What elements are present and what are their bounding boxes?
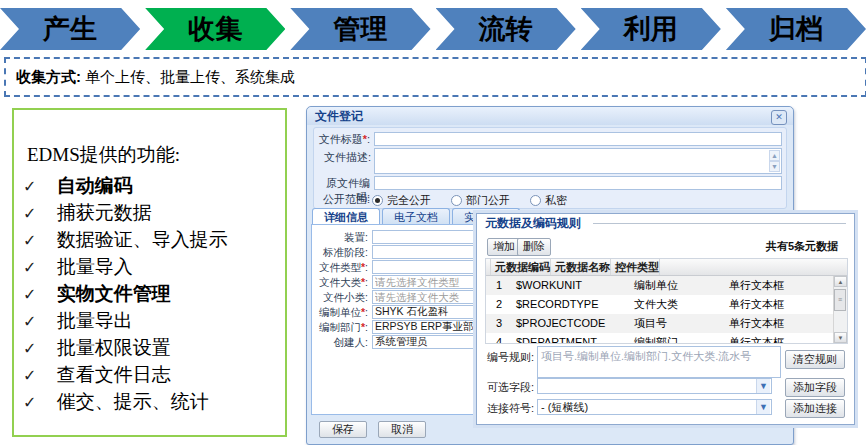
doc-title-label: 文件标题*: (314, 132, 370, 146)
detail-field-label: 文件小类: (312, 290, 368, 304)
feature-item-text: 催交、提示、统计 (57, 391, 209, 412)
feature-item: ✓ 数据验证、导入提示 (23, 226, 285, 253)
table-row[interactable]: 1 $WORKUNIT 编制单位 单行文本框 (486, 276, 833, 295)
feature-item: ✓ 批量导出 (23, 307, 285, 334)
feature-item: ✓ 批量导入 (23, 253, 285, 280)
metadata-name: 编制单位 (630, 276, 725, 295)
scroll-down-icon[interactable]: ▼ (834, 332, 847, 343)
flow-step[interactable]: 利用 (581, 8, 721, 50)
check-icon: ✓ (23, 335, 52, 362)
close-icon[interactable]: ✕ (771, 110, 787, 125)
flow-step-label: 流转 (479, 11, 533, 47)
metadata-table-header: 元数据编码元数据名称控件类型 (486, 259, 847, 276)
connector-select[interactable]: - (短横线) ▼ (537, 399, 772, 415)
radio-icon[interactable] (372, 195, 383, 206)
row-number: 4 (486, 333, 512, 343)
chevron-down-icon[interactable]: ▼ (756, 400, 770, 414)
flow-step-label: 产生 (43, 11, 97, 47)
check-icon: ✓ (23, 227, 52, 254)
optional-field-select[interactable]: ▼ (537, 378, 772, 394)
scope-label: 公开范围: (314, 192, 370, 206)
rule-input[interactable] (537, 346, 781, 378)
add-metadata-button[interactable]: 增加 (487, 238, 521, 256)
flow-step[interactable]: 归档 (726, 8, 866, 50)
doc-title-input[interactable] (374, 132, 782, 146)
feature-item-text: 查看文件日志 (57, 364, 171, 385)
feature-item-text: 数据验证、导入提示 (57, 229, 228, 250)
scroll-up-icon[interactable]: ▲ (769, 150, 780, 161)
metadata-code: $WORKUNIT (512, 276, 630, 295)
detail-field-label: 标准阶段: (312, 245, 368, 259)
feature-item-text: 自动编码 (57, 175, 133, 196)
radio-label: 部门公开 (466, 193, 510, 208)
add-connector-button[interactable]: 添加连接 (785, 399, 845, 418)
scope-radio-option[interactable]: 完全公开 (372, 193, 431, 208)
tab[interactable]: 电子文档 (382, 208, 450, 225)
scope-radio-option[interactable]: 私密 (530, 193, 567, 208)
tab-label: 电子文档 (394, 211, 438, 223)
scroll-up-icon[interactable]: ▲ (834, 276, 847, 287)
flow-step[interactable]: 流转 (436, 8, 576, 50)
cancel-button[interactable]: 取消 (378, 421, 426, 438)
chevron-down-icon[interactable]: ▼ (756, 379, 770, 393)
rule-label: 编号规则: (487, 350, 534, 365)
collect-method-label: 收集方式: (16, 68, 81, 87)
connector-label: 连接符号: (487, 401, 534, 416)
flow-step-label: 利用 (624, 11, 678, 47)
scope-radio-option[interactable]: 部门公开 (451, 193, 510, 208)
radio-icon[interactable] (530, 195, 541, 206)
detail-field-label: 创建人: (312, 335, 368, 349)
metadata-code: $DEPARTMENT (512, 333, 630, 343)
process-flow: 产生 收集 管理 流转 利用 归档 (0, 8, 866, 50)
clear-rule-button[interactable]: 清空规则 (785, 350, 845, 369)
row-number: 1 (486, 276, 512, 295)
delete-metadata-button[interactable]: 删除 (517, 238, 551, 256)
check-icon: ✓ (23, 389, 52, 416)
table-scrollbar[interactable]: ▲ ≡ ▼ (833, 276, 847, 343)
slide-page: 产生 收集 管理 流转 利用 归档 收集方式: 单个上传、批量上传、系统集成 (0, 0, 866, 445)
table-row[interactable]: 4 $DEPARTMENT 编制部门 单行文本框 (486, 333, 833, 343)
flow-step[interactable]: 产生 (0, 8, 140, 50)
connector-value: - (短横线) (541, 401, 588, 413)
features-box: EDMS提供的功能: ✓ 自动编码 ✓ 捕获元数据 ✓ 数据验证、导入提示 (12, 108, 287, 437)
feature-item: ✓ 查看文件日志 (23, 361, 285, 388)
column-header[interactable]: 元数据名称 (551, 259, 611, 275)
doc-desc-textarea[interactable]: 文件描述: ▲ ▼ (374, 148, 782, 174)
control-type: 单行文本框 (725, 276, 833, 295)
control-type: 单行文本框 (725, 333, 833, 343)
add-field-button[interactable]: 添加字段 (785, 378, 845, 397)
table-row[interactable]: 2 $RECORDTYPE 文件大类 单行文本框 (486, 295, 833, 314)
table-row[interactable]: 3 $PROJECTCODE 项目号 单行文本框 (486, 314, 833, 333)
column-header[interactable]: 元数据编码 (491, 259, 551, 275)
dialog-title: 文件登记 (307, 107, 793, 125)
scrollbar-thumb[interactable]: ≡ (834, 289, 846, 311)
check-icon: ✓ (23, 362, 52, 389)
feature-item: ✓ 实物文件管理 (23, 280, 285, 307)
detail-field-label: 装置: (312, 230, 368, 244)
feature-item: ✓ 批量权限设置 (23, 334, 285, 361)
check-icon: ✓ (23, 254, 52, 281)
features-title: EDMS提供的功能: (27, 142, 285, 168)
scroll-down-icon[interactable]: ▼ (769, 161, 780, 172)
feature-item-text: 批量导出 (57, 310, 133, 331)
doc-desc-label: 文件描述: (315, 150, 371, 164)
feature-item: ✓ 自动编码 (23, 172, 285, 199)
feature-item: ✓ 捕获元数据 (23, 199, 285, 226)
detail-field-label: 编制部门*: (312, 320, 368, 334)
flow-step[interactable]: 收集 (145, 8, 285, 50)
textarea-scrollbar[interactable]: ▲ ▼ (769, 150, 780, 172)
orig-code-input[interactable] (374, 176, 782, 190)
check-icon: ✓ (23, 173, 52, 200)
tab[interactable]: 详细信息 (312, 208, 380, 225)
detail-field-label: 文件类型*: (312, 260, 368, 274)
column-header[interactable]: 控件类型 (611, 259, 660, 275)
feature-item-text: 实物文件管理 (57, 283, 171, 304)
save-button[interactable]: 保存 (319, 421, 367, 438)
metadata-code: $PROJECTCODE (512, 314, 630, 333)
collect-method-bar: 收集方式: 单个上传、批量上传、系统集成 (4, 57, 866, 97)
radio-icon[interactable] (451, 195, 462, 206)
panel-title: 元数据及编码规则 (485, 215, 587, 232)
tab-label: 详细信息 (324, 211, 368, 223)
detail-field-label: 编制单位*: (312, 305, 368, 319)
flow-step[interactable]: 管理 (290, 8, 430, 50)
